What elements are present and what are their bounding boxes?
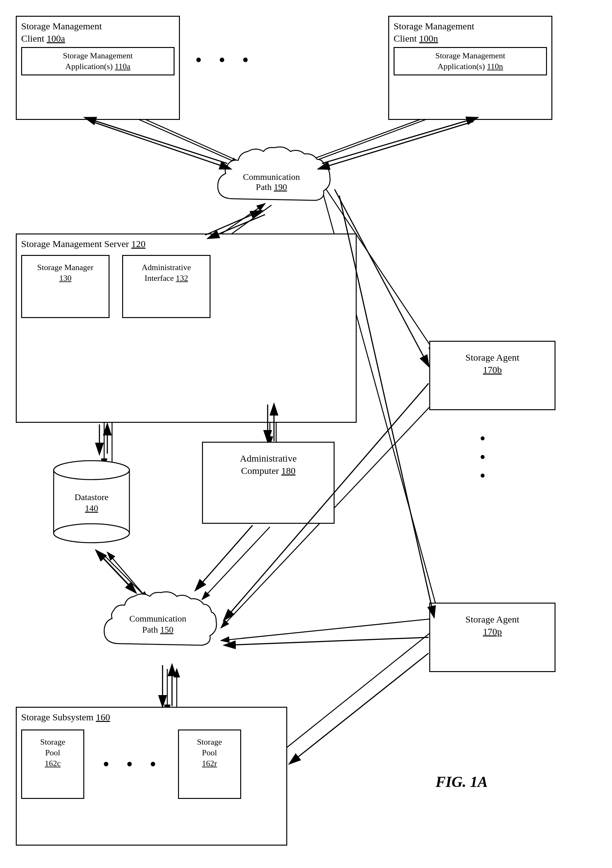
- svg-line-52: [290, 653, 429, 764]
- comm-path-190: Communication Path 190: [208, 136, 335, 218]
- server-label: Storage Management Server 120: [21, 237, 351, 250]
- svg-text:Path 150: Path 150: [142, 625, 174, 634]
- datastore-box: Datastore 140: [47, 454, 136, 549]
- svg-text:Communication: Communication: [129, 614, 186, 623]
- admin-interface-box: AdministrativeInterface 132: [122, 255, 211, 318]
- server-box: Storage Management Server 120 Storage Ma…: [16, 234, 357, 423]
- storage-manager-id: 130: [59, 274, 71, 283]
- server-id: 120: [131, 239, 146, 249]
- svg-line-36: [322, 118, 477, 163]
- svg-line-35: [319, 121, 474, 169]
- client-a-box: Storage ManagementClient 100a Storage Ma…: [16, 16, 180, 120]
- storage-agent-p-box: Storage Agent170p: [429, 603, 556, 672]
- figure-label: FIG. 1A: [436, 773, 488, 790]
- svg-line-51: [225, 637, 429, 645]
- admin-interface-id: 132: [176, 274, 188, 283]
- storage-agent-b-box: Storage Agent170b: [429, 341, 556, 410]
- pool-c-box: StoragePool162c: [21, 730, 84, 799]
- agents-dots: •••: [480, 429, 486, 485]
- clients-dots: • • •: [196, 51, 252, 69]
- storage-agent-p-id: 170p: [483, 626, 502, 637]
- client-a-app-box: Storage ManagementApplication(s) 110a: [21, 47, 174, 75]
- pool-c-id: 162c: [45, 759, 61, 768]
- storage-manager-box: Storage Manager130: [21, 255, 110, 318]
- admin-computer-box: AdministrativeComputer 180: [202, 442, 335, 524]
- svg-line-19: [221, 618, 436, 640]
- pool-r-id: 162r: [202, 759, 217, 768]
- storage-agent-b-id: 170b: [483, 364, 502, 375]
- diagram: Storage ManagementClient 100a Storage Ma…: [0, 0, 612, 868]
- admin-computer-id: 180: [281, 465, 295, 476]
- svg-text:140: 140: [85, 503, 98, 513]
- storage-subsystem-box: Storage Subsystem 160 StoragePool162c • …: [16, 707, 287, 846]
- client-n-id: 100n: [419, 33, 438, 43]
- client-n-label: Storage ManagementClient 100n: [394, 20, 547, 45]
- storage-subsystem-id: 160: [96, 712, 110, 722]
- pool-r-box: StoragePool162r: [178, 730, 241, 799]
- client-a-id: 100a: [47, 33, 65, 43]
- admin-computer-label: AdministrativeComputer 180: [207, 446, 329, 483]
- storage-agent-b-label: Storage Agent170b: [435, 345, 550, 382]
- client-a-app-id: 110a: [115, 62, 130, 71]
- client-a-label: Storage ManagementClient 100a: [21, 20, 174, 45]
- svg-text:Communication: Communication: [243, 172, 300, 182]
- svg-text:Path 190: Path 190: [256, 182, 287, 192]
- storage-agent-p-label: Storage Agent170p: [435, 607, 550, 644]
- svg-line-21: [275, 631, 432, 757]
- client-n-box: Storage ManagementClient 100n Storage Ma…: [388, 16, 552, 120]
- pools-dots: • • •: [103, 753, 159, 775]
- svg-point-25: [54, 461, 129, 480]
- storage-subsystem-label: Storage Subsystem 160: [21, 711, 282, 723]
- comm-path-150: Communication Path 150: [95, 574, 221, 663]
- client-n-app-box: Storage ManagementApplication(s) 110n: [394, 47, 547, 75]
- client-n-app-id: 110n: [487, 62, 503, 71]
- svg-line-34: [85, 118, 227, 163]
- svg-point-26: [54, 524, 129, 543]
- svg-text:Datastore: Datastore: [75, 492, 108, 502]
